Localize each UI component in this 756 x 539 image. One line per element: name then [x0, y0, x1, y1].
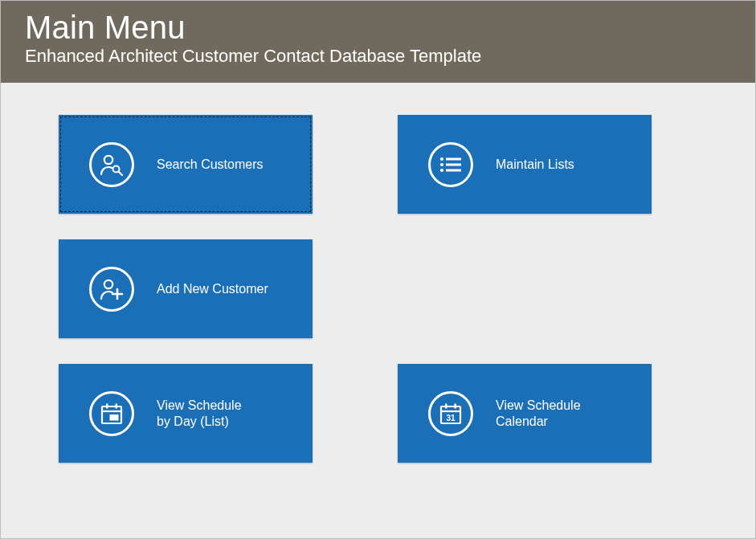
main-content: Search Customers Maintain Lists — [1, 83, 755, 463]
svg-rect-15 — [116, 403, 118, 408]
svg-line-2 — [119, 171, 123, 175]
add-new-customer-label: Add New Customer — [157, 281, 268, 297]
calendar-day-icon — [89, 391, 134, 436]
menu-row-1: Search Customers Maintain Lists — [59, 115, 755, 214]
search-customers-label: Search Customers — [157, 157, 264, 173]
menu-row-2: Add New Customer — [59, 239, 755, 338]
view-schedule-list-button[interactable]: View Scheduleby Day (List) — [59, 364, 313, 463]
search-customers-button[interactable]: Search Customers — [59, 115, 313, 214]
header: Main Menu Enhanced Architect Customer Co… — [1, 1, 755, 83]
svg-rect-19 — [445, 403, 447, 408]
page-subtitle: Enhanced Architect Customer Contact Data… — [25, 46, 731, 67]
maintain-lists-button[interactable]: Maintain Lists — [398, 115, 652, 214]
svg-rect-20 — [455, 403, 457, 408]
menu-row-3: View Scheduleby Day (List) 31 View Sched… — [59, 364, 755, 463]
list-icon — [428, 142, 473, 187]
svg-text:31: 31 — [446, 413, 456, 422]
add-new-customer-button[interactable]: Add New Customer — [59, 239, 313, 338]
menu-grid: Search Customers Maintain Lists — [59, 115, 755, 463]
view-schedule-calendar-label: View ScheduleCalendar — [496, 398, 581, 430]
svg-point-0 — [104, 155, 112, 163]
view-schedule-calendar-button[interactable]: 31 View ScheduleCalendar — [398, 364, 652, 463]
person-search-icon — [89, 142, 134, 187]
svg-point-3 — [440, 157, 443, 160]
svg-rect-6 — [446, 163, 461, 165]
svg-rect-14 — [106, 403, 108, 408]
svg-point-9 — [104, 280, 112, 288]
view-schedule-list-label: View Scheduleby Day (List) — [157, 398, 242, 430]
svg-rect-8 — [446, 169, 461, 171]
svg-rect-4 — [446, 157, 461, 160]
svg-point-7 — [440, 168, 443, 171]
svg-rect-16 — [110, 414, 119, 421]
page-title: Main Menu — [25, 10, 731, 44]
svg-point-5 — [440, 162, 443, 165]
calendar-icon: 31 — [428, 391, 473, 436]
person-add-icon — [89, 267, 134, 312]
maintain-lists-label: Maintain Lists — [496, 157, 574, 173]
